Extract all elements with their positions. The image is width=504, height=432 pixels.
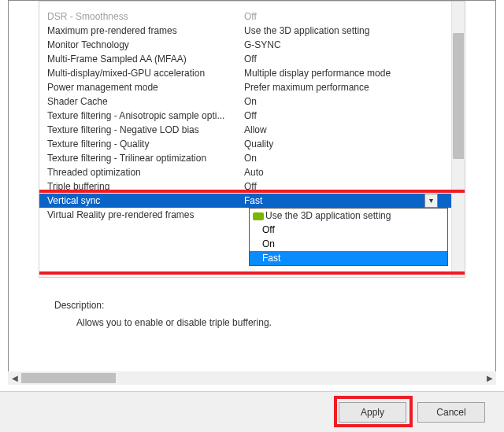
description-label: Description: xyxy=(54,300,104,311)
setting-value: Off xyxy=(241,9,451,24)
dropdown-option[interactable]: Fast xyxy=(250,251,447,265)
description-text: Allows you to enable or disable triple b… xyxy=(76,317,272,328)
setting-value: Use the 3D application setting xyxy=(241,24,451,38)
apply-button[interactable]: Apply xyxy=(339,402,406,423)
setting-label: Texture filtering - Trilinear optimizati… xyxy=(39,151,241,165)
setting-row[interactable]: Threaded optimizationAuto xyxy=(39,165,451,179)
setting-label: Multi-display/mixed-GPU acceleration xyxy=(39,66,241,80)
setting-value: Allow xyxy=(241,123,451,137)
vsync-dropdown[interactable]: Use the 3D application setting OffOnFast xyxy=(249,208,448,266)
setting-row[interactable]: Texture filtering - Anisotropic sample o… xyxy=(39,109,451,123)
setting-label: Multi-Frame Sampled AA (MFAA) xyxy=(39,52,241,66)
cancel-button[interactable]: Cancel xyxy=(417,402,485,423)
setting-label: Power management mode xyxy=(39,80,241,94)
setting-row[interactable]: Maximum pre-rendered framesUse the 3D ap… xyxy=(39,24,451,38)
dropdown-option[interactable]: On xyxy=(250,237,447,251)
scroll-track[interactable] xyxy=(21,371,483,385)
chevron-down-icon[interactable]: ▾ xyxy=(424,194,438,208)
setting-row[interactable]: Texture filtering - QualityQuality xyxy=(39,137,451,151)
setting-row[interactable]: Monitor TechnologyG-SYNC xyxy=(39,38,451,52)
setting-label: Texture filtering - Anisotropic sample o… xyxy=(39,109,241,123)
setting-value: Off xyxy=(241,109,451,123)
setting-value: Auto xyxy=(241,165,451,179)
setting-label: DSR - Smoothness xyxy=(39,9,241,24)
setting-value: Quality xyxy=(241,137,451,151)
setting-value: Fast xyxy=(241,194,451,208)
setting-label: Vertical sync xyxy=(39,194,241,208)
horizontal-scrollbar[interactable]: ◀ ▶ xyxy=(8,371,496,385)
setting-value: G-SYNC xyxy=(241,38,451,52)
scroll-thumb[interactable] xyxy=(21,373,116,383)
nvidia-icon xyxy=(253,212,264,220)
setting-value: On xyxy=(241,151,451,165)
setting-label: Monitor Technology xyxy=(39,38,241,52)
scroll-right-icon[interactable]: ▶ xyxy=(483,371,496,385)
setting-row[interactable]: Multi-display/mixed-GPU accelerationMult… xyxy=(39,66,451,80)
setting-label: Virtual Reality pre-rendered frames xyxy=(39,208,241,222)
setting-row[interactable]: Triple bufferingOff xyxy=(39,179,451,194)
settings-scrollbar[interactable] xyxy=(451,2,465,277)
dropdown-option-label: Use the 3D application setting xyxy=(265,210,391,221)
dialog-frame: DSR - SmoothnessOffMaximum pre-rendered … xyxy=(8,0,496,385)
setting-row[interactable]: Shader CacheOn xyxy=(39,94,451,109)
setting-label: Triple buffering xyxy=(39,179,241,194)
setting-row[interactable]: Texture filtering - Negative LOD biasAll… xyxy=(39,123,451,137)
button-bar: Apply Cancel xyxy=(0,391,504,432)
setting-value: Off xyxy=(241,179,451,194)
scroll-left-icon[interactable]: ◀ xyxy=(8,371,21,385)
setting-label: Threaded optimization xyxy=(39,165,241,179)
setting-value: Multiple display performance mode xyxy=(241,66,451,80)
dropdown-option-default[interactable]: Use the 3D application setting xyxy=(250,209,447,223)
setting-label: Maximum pre-rendered frames xyxy=(39,24,241,38)
settings-panel: DSR - SmoothnessOffMaximum pre-rendered … xyxy=(39,1,465,384)
setting-label: Texture filtering - Quality xyxy=(39,137,241,151)
setting-row[interactable]: Vertical syncFast▾ xyxy=(39,194,451,208)
dropdown-option[interactable]: Off xyxy=(250,223,447,237)
setting-value: Prefer maximum performance xyxy=(241,80,451,94)
setting-label: Shader Cache xyxy=(39,94,241,109)
setting-value: On xyxy=(241,94,451,109)
setting-row[interactable]: Multi-Frame Sampled AA (MFAA)Off xyxy=(39,52,451,66)
setting-row[interactable]: Power management modePrefer maximum perf… xyxy=(39,80,451,94)
scrollbar-thumb[interactable] xyxy=(453,33,464,159)
setting-row[interactable]: Texture filtering - Trilinear optimizati… xyxy=(39,151,451,165)
setting-row[interactable]: DSR - SmoothnessOff xyxy=(39,9,451,24)
setting-label: Texture filtering - Negative LOD bias xyxy=(39,123,241,137)
setting-value: Off xyxy=(241,52,451,66)
settings-list-box: DSR - SmoothnessOffMaximum pre-rendered … xyxy=(39,1,465,278)
